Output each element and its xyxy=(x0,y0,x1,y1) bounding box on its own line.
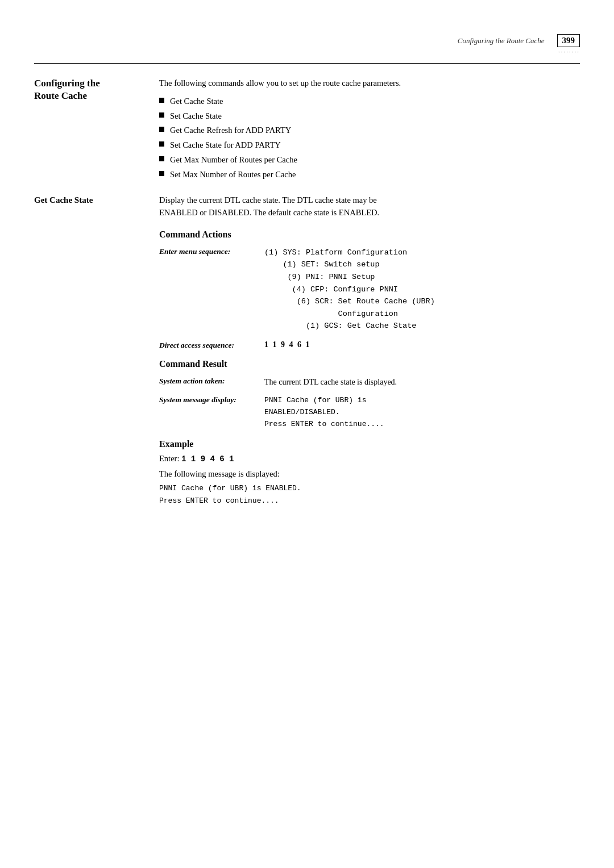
get-cache-state-section: Get Cache State Display the current DTL … xyxy=(34,194,580,513)
intro-text: The following commands allow you to set … xyxy=(159,77,580,90)
bullet-icon xyxy=(159,171,164,176)
section-heading: Configuring the Route Cache xyxy=(34,77,148,102)
direct-access-row: Direct access sequence: 1 1 9 4 6 1 xyxy=(159,340,580,350)
page-number: 399 xyxy=(557,34,580,47)
bullet-icon xyxy=(159,141,164,147)
bullet-text: Get Cache Refresh for ADD PARTY xyxy=(170,124,291,137)
desc-line1: Display the current DTL cache state. The… xyxy=(159,195,377,205)
list-item: Get Cache Refresh for ADD PARTY xyxy=(159,124,580,137)
enter-value: 1 1 9 4 6 1 xyxy=(181,454,234,464)
direct-access-value: 1 1 9 4 6 1 xyxy=(264,340,311,349)
bullet-icon xyxy=(159,112,164,118)
section-heading-line1: Configuring the xyxy=(34,78,100,89)
enter-menu-sequence-value: (1) SYS: Platform Configuration (1) SET:… xyxy=(264,247,435,332)
left-column: Configuring the Route Cache xyxy=(34,77,159,194)
command-actions-title: Command Actions xyxy=(159,229,580,240)
subsection-left: Get Cache State xyxy=(34,194,159,513)
system-message-row: System message display: PNNI Cache (for … xyxy=(159,395,580,430)
get-cache-state-description: Display the current DTL cache state. The… xyxy=(159,194,580,219)
header-italic-text: Configuring the Route Cache xyxy=(458,36,545,45)
bullet-text: Set Cache State for ADD PARTY xyxy=(170,139,281,152)
main-content: Configuring the Route Cache The followin… xyxy=(34,77,580,194)
bullet-text: Get Max Number of Routes per Cache xyxy=(170,154,297,166)
page-header: Configuring the Route Cache 399 ········ xyxy=(34,34,580,59)
command-result-title: Command Result xyxy=(159,359,580,369)
top-rule xyxy=(34,63,580,64)
list-item: Get Max Number of Routes per Cache xyxy=(159,154,580,166)
example-title: Example xyxy=(159,439,580,449)
system-action-value: The current DTL cache state is displayed… xyxy=(264,376,397,388)
list-item: Set Cache State xyxy=(159,110,580,123)
bullet-icon xyxy=(159,127,164,132)
bullet-text: Set Cache State xyxy=(170,110,222,123)
bullet-text: Set Max Number of Routes per Cache xyxy=(170,169,296,181)
right-column: The following commands allow you to set … xyxy=(159,77,580,194)
following-message: The following message is displayed: xyxy=(159,469,580,479)
example-enter: Enter: 1 1 9 4 6 1 xyxy=(159,454,580,464)
direct-access-label: Direct access sequence: xyxy=(159,340,264,350)
system-action-label: System action taken: xyxy=(159,376,264,386)
command-table: Enter menu sequence: (1) SYS: Platform C… xyxy=(159,247,580,350)
enter-prefix: Enter: xyxy=(159,454,179,463)
enter-menu-sequence-label: Enter menu sequence: xyxy=(159,247,264,256)
list-item: Set Max Number of Routes per Cache xyxy=(159,169,580,181)
result-table: System action taken: The current DTL cac… xyxy=(159,376,580,430)
bullet-icon xyxy=(159,156,164,161)
header-dots: ········ xyxy=(558,48,580,55)
system-message-label: System message display: xyxy=(159,395,264,404)
desc-line2: ENABLED or DISABLED. The default cache s… xyxy=(159,208,379,217)
bullet-icon xyxy=(159,98,164,103)
example-section: Example Enter: 1 1 9 4 6 1 The following… xyxy=(159,439,580,507)
enter-menu-sequence-row: Enter menu sequence: (1) SYS: Platform C… xyxy=(159,247,580,332)
subsection-right: Display the current DTL cache state. The… xyxy=(159,194,580,513)
system-message-value: PNNI Cache (for UBR) is ENABLED/DISABLED… xyxy=(264,395,384,430)
list-item: Set Cache State for ADD PARTY xyxy=(159,139,580,152)
header-right: Configuring the Route Cache 399 ········ xyxy=(458,34,580,55)
bullet-list: Get Cache State Set Cache State Get Cach… xyxy=(159,95,580,181)
code-block: PNNI Cache (for UBR) is ENABLED. Press E… xyxy=(159,482,580,507)
list-item: Get Cache State xyxy=(159,95,580,108)
page-container: Configuring the Route Cache 399 ········… xyxy=(0,0,614,868)
bullet-text: Get Cache State xyxy=(170,95,223,108)
get-cache-state-label: Get Cache State xyxy=(34,194,148,205)
section-heading-line2: Route Cache xyxy=(34,90,87,101)
system-action-row: System action taken: The current DTL cac… xyxy=(159,376,580,388)
